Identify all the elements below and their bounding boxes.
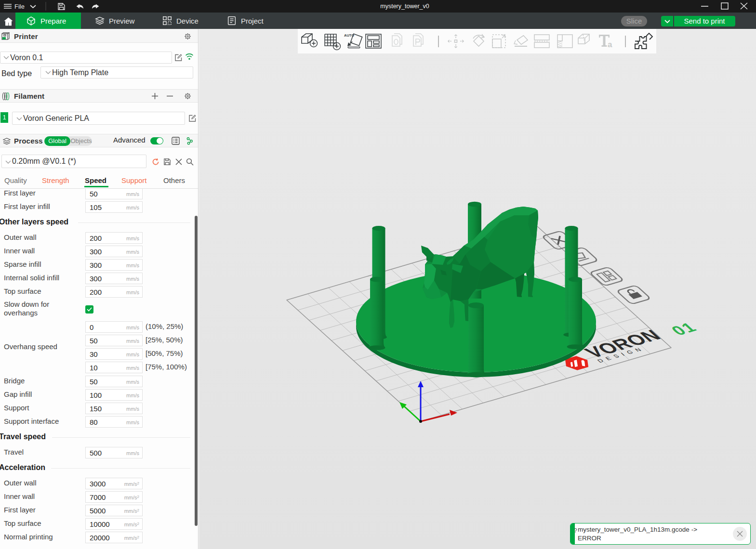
svg-text:AUTO: AUTO bbox=[344, 33, 354, 38]
svg-text:a: a bbox=[608, 40, 612, 49]
svg-text:01: 01 bbox=[667, 320, 701, 338]
svg-text:File: File bbox=[14, 3, 25, 10]
